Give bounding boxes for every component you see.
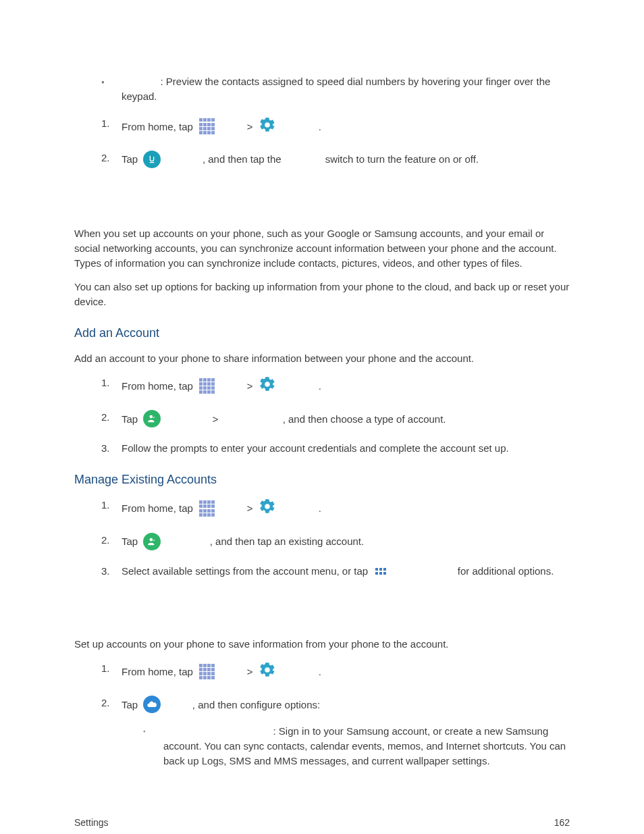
settings-icon (259, 498, 276, 519)
accounts-intro-2: You can also set up options for backing … (74, 280, 570, 309)
text: Follow the prompts to enter your account… (122, 442, 509, 454)
text: Tap (122, 698, 140, 712)
text: , and then configure options: (192, 698, 320, 712)
step-tap-accounts-add: Tap Accounts > Add account , and then ch… (101, 410, 570, 427)
accounts-heading: Accounts (74, 195, 570, 217)
footer-page-number: 162 (554, 816, 570, 829)
settings-label: Settings (279, 379, 319, 394)
air-view-label: Air view (122, 76, 161, 87)
step-select-settings: Select available settings from the accou… (101, 564, 570, 579)
separator: > (244, 501, 256, 516)
apps-icon (198, 118, 216, 135)
apps-icon (198, 663, 216, 681)
text: From home, tap (122, 501, 196, 516)
onoff-label: ON/OFF (284, 152, 323, 167)
text: , and then choose a type of account. (283, 412, 446, 427)
step-from-home-2: From home, tap Apps > Settings . (101, 375, 570, 397)
air-view-icon (143, 151, 161, 168)
separator: > (244, 379, 256, 394)
more-options-label: More options (391, 564, 454, 579)
apps-label: Apps (219, 664, 244, 679)
text: for additional options. (455, 564, 554, 579)
footer-section: Settings (74, 816, 109, 829)
accounts-intro-1: When you set up accounts on your phone, … (74, 226, 570, 270)
text: . (319, 664, 321, 679)
settings-label: Settings (279, 664, 319, 679)
more-options-icon (373, 564, 388, 579)
apps-icon (198, 500, 216, 517)
separator: > (244, 120, 256, 134)
step-tap-airview: Tap Air view , and then tap the ON/OFF s… (101, 151, 570, 168)
settings-icon (259, 375, 276, 397)
text: . (319, 379, 321, 394)
settings-icon (259, 116, 276, 138)
apps-label: Apps (219, 501, 244, 516)
add-account-heading: Add an Account (74, 324, 570, 342)
text: Tap (122, 534, 140, 549)
backup-intro: Set up accounts on your phone to save in… (74, 637, 570, 652)
speed-dial-steps: From home, tap Apps > Settings . Tap Air… (101, 116, 570, 169)
add-account-steps: From home, tap Apps > Settings . Tap Acc… (101, 375, 570, 457)
backup-sublist: Add Samsung account: Sign in to your Sam… (143, 724, 570, 768)
step-tap-accounts-existing: Tap Accounts , and then tap an existing … (101, 533, 570, 550)
backup-reset-heading: Backup and Reset (74, 606, 570, 627)
text: From home, tap (122, 379, 196, 394)
accounts-label: Accounts (163, 534, 209, 549)
accounts-icon (143, 410, 161, 427)
text: , and then tap the (203, 152, 284, 167)
text: . (319, 120, 321, 134)
speed-dial-bullet-list: Air view: Preview the contacts assigned … (101, 74, 570, 104)
text: Select available settings from the accou… (122, 564, 371, 579)
bullet-air-view: Air view: Preview the contacts assigned … (101, 74, 570, 104)
air-view-label2: Air view (163, 152, 203, 167)
step-from-home-4: From home, tap Apps > Settings . (101, 661, 570, 683)
text: From home, tap (122, 664, 196, 679)
text: . (319, 501, 321, 516)
step-from-home-3: From home, tap Apps > Settings . (101, 498, 570, 519)
separator: > (244, 664, 256, 679)
cloud-label: Cloud (163, 698, 192, 712)
text: Tap (122, 152, 140, 167)
apps-icon (198, 377, 216, 395)
add-account-intro: Add an account to your phone to share in… (74, 351, 570, 366)
backup-steps: From home, tap Apps > Settings . Tap Clo… (101, 661, 570, 768)
apps-label: Apps (219, 379, 244, 394)
manage-accounts-heading: Manage Existing Accounts (74, 471, 570, 488)
text: From home, tap (122, 120, 196, 134)
page-footer: Settings 162 (74, 816, 570, 829)
settings-label: Settings (279, 120, 319, 134)
step-follow-prompts: Follow the prompts to enter your account… (101, 441, 570, 456)
text: , and then tap an existing account. (210, 534, 365, 549)
sub-samsung-account: Add Samsung account: Sign in to your Sam… (143, 724, 570, 768)
text: Tap (122, 412, 140, 427)
separator: > (210, 412, 221, 427)
cloud-icon (143, 696, 161, 713)
manage-accounts-steps: From home, tap Apps > Settings . Tap Acc… (101, 498, 570, 579)
add-account-label: Add account (221, 412, 283, 427)
accounts-icon (143, 533, 161, 550)
step-from-home-1: From home, tap Apps > Settings . (101, 116, 570, 138)
samsung-account-label: Add Samsung account (163, 725, 273, 737)
settings-label: Settings (279, 501, 319, 516)
settings-icon (259, 661, 276, 683)
text: switch to turn the feature on or off. (323, 152, 479, 167)
air-view-text: : Preview the contacts assigned to speed… (122, 76, 550, 102)
accounts-label: Accounts (163, 412, 209, 427)
step-tap-cloud: Tap Cloud , and then configure options: … (101, 696, 570, 768)
apps-label: Apps (219, 120, 244, 134)
